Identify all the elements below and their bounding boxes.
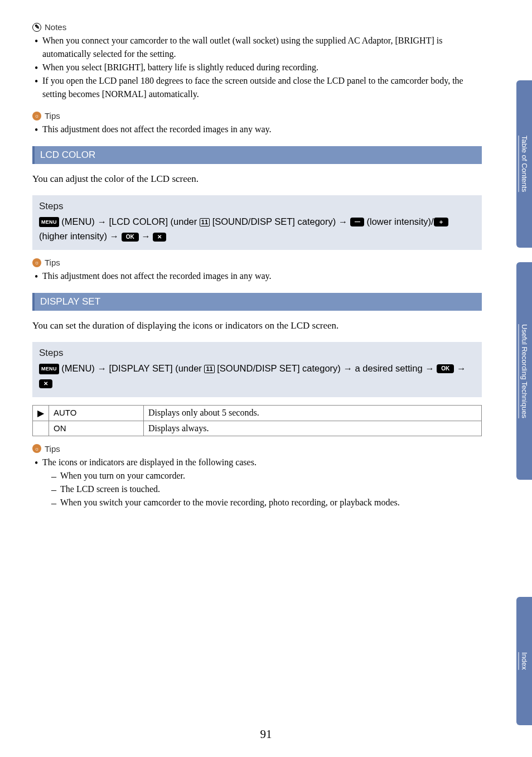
menu-icon: MENU <box>39 217 59 227</box>
table-row: ON Displays always. <box>33 421 482 436</box>
tab-useful-recording-techniques[interactable]: Useful Recording Techniques <box>516 262 532 480</box>
note-item: When you connect your camcorder to the w… <box>33 34 482 61</box>
table-row: ▶ AUTO Displays only about 5 seconds. <box>33 405 482 421</box>
ok-button-icon: OK <box>122 233 139 242</box>
tip-icon: ☼ <box>32 112 41 120</box>
ok-button-icon: OK <box>437 364 454 373</box>
steps-box-display-set: Steps MENU (MENU) → [DISPLAY SET] (under… <box>32 342 482 397</box>
tab-table-of-contents[interactable]: Table of Contents <box>516 80 532 248</box>
notes-heading: ✎ Notes <box>32 22 482 32</box>
close-button-icon: ✕ <box>39 379 52 388</box>
tip-item: This adjustment does not affect the reco… <box>33 269 482 283</box>
tips-list: This adjustment does not affect the reco… <box>33 123 482 136</box>
lcd-color-desc: You can adjust the color of the LCD scre… <box>32 172 482 186</box>
minus-button-icon: — <box>350 218 364 226</box>
tips-heading: ☼ Tips <box>32 444 482 454</box>
section-header-lcd-color: LCD COLOR <box>32 146 482 164</box>
category-num-icon: 11 <box>204 365 214 373</box>
tips-subitem: When you turn on your camcorder. <box>51 469 482 483</box>
tips-subitem: The LCD screen is touched. <box>51 483 482 496</box>
menu-icon: MENU <box>39 364 59 374</box>
tip-item: This adjustment does not affect the reco… <box>33 123 482 136</box>
tip-item: The icons or indicators are displayed in… <box>33 456 482 509</box>
display-set-desc: You can set the duration of displaying t… <box>32 319 482 333</box>
option-desc: Displays always. <box>144 421 482 436</box>
tips-subitem: When you switch your camcorder to the mo… <box>51 496 482 509</box>
steps-content: MENU (MENU) → [DISPLAY SET] (under 11 [S… <box>39 361 475 390</box>
option-name: AUTO <box>49 405 144 421</box>
side-tabs: Table of Contents Useful Recording Techn… <box>516 0 532 757</box>
tip-icon: ☼ <box>32 258 41 267</box>
note-item: If you open the LCD panel 180 degrees to… <box>33 74 482 101</box>
steps-content: MENU (MENU) → [LCD COLOR] (under 11 [SOU… <box>39 214 475 244</box>
note-item: When you select [BRIGHT], battery life i… <box>33 61 482 74</box>
tips-list: This adjustment does not affect the reco… <box>33 269 482 283</box>
option-name: ON <box>49 421 144 436</box>
section-header-display-set: DISPLAY SET <box>32 293 482 311</box>
tips-heading: ☼ Tips <box>32 258 482 267</box>
tips-list: The icons or indicators are displayed in… <box>33 456 482 509</box>
category-num-icon: 11 <box>200 218 210 226</box>
steps-title: Steps <box>39 201 475 212</box>
note-icon: ✎ <box>32 23 41 32</box>
notes-list: When you connect your camcorder to the w… <box>33 34 482 101</box>
tips-heading: ☼ Tips <box>32 111 482 120</box>
default-mark: ▶ <box>33 405 49 421</box>
steps-box-lcd-color: Steps MENU (MENU) → [LCD COLOR] (under 1… <box>32 195 482 250</box>
tab-index[interactable]: Index <box>516 597 532 725</box>
page-number: 91 <box>0 727 532 741</box>
option-desc: Displays only about 5 seconds. <box>144 405 482 421</box>
notes-label: Notes <box>45 22 66 32</box>
plus-button-icon: ＋ <box>434 218 448 226</box>
close-button-icon: ✕ <box>153 233 166 242</box>
tips-label: Tips <box>45 444 60 454</box>
default-mark <box>33 421 49 436</box>
tips-label: Tips <box>45 258 60 267</box>
tip-icon: ☼ <box>32 444 41 453</box>
tips-label: Tips <box>45 111 60 120</box>
tips-sublist: When you turn on your camcorder. The LCD… <box>51 469 482 509</box>
steps-title: Steps <box>39 348 475 359</box>
display-set-options-table: ▶ AUTO Displays only about 5 seconds. ON… <box>32 405 482 436</box>
